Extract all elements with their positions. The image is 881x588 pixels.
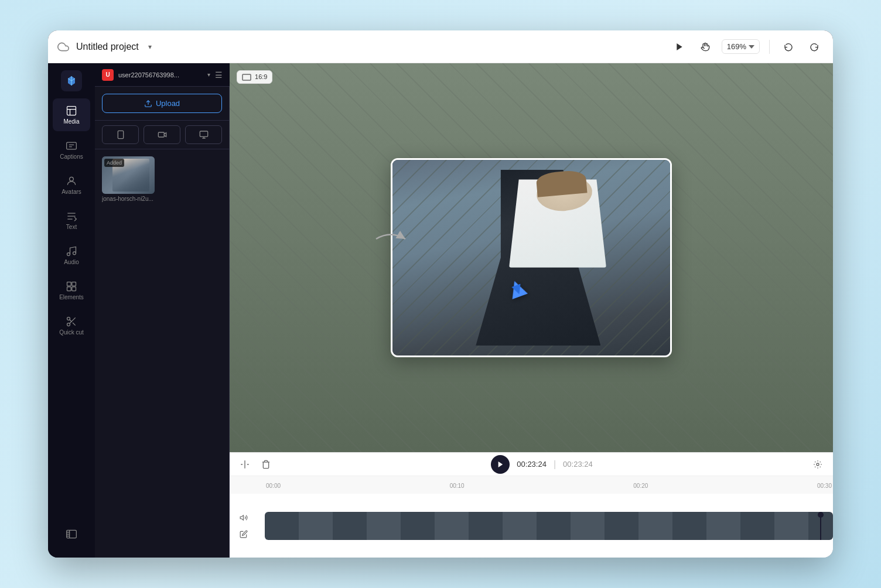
ruler-mark-1: 00:10 bbox=[450, 483, 465, 489]
svg-rect-20 bbox=[158, 132, 164, 137]
sidebar-item-avatars[interactable]: Avatars bbox=[53, 169, 90, 201]
top-bar: Untitled project ▾ 169% bbox=[48, 30, 833, 63]
timeline-controls: 00:23:24 | 00:23:24 bbox=[230, 453, 833, 476]
svg-point-4 bbox=[70, 177, 74, 181]
sidebar-label-captions: Captions bbox=[60, 153, 83, 160]
user-avatar: U bbox=[102, 69, 114, 81]
timeline-tracks bbox=[230, 494, 833, 558]
undo-button[interactable] bbox=[779, 37, 798, 56]
top-bar-left: Untitled project ▾ bbox=[57, 41, 152, 53]
timeline-area: 00:23:24 | 00:23:24 bbox=[230, 452, 833, 558]
svg-rect-3 bbox=[67, 142, 77, 149]
svg-line-14 bbox=[73, 323, 76, 326]
svg-rect-9 bbox=[67, 287, 71, 291]
sidebar-label-avatars: Avatars bbox=[62, 189, 81, 195]
media-item[interactable]: Added jonas-horsch-ni2u... bbox=[102, 156, 155, 202]
preview-area[interactable]: 16:9 bbox=[230, 63, 833, 452]
sidebar-label-elements: Elements bbox=[59, 294, 84, 300]
svg-point-25 bbox=[817, 463, 819, 466]
media-grid: Added jonas-horsch-ni2u... bbox=[95, 149, 229, 209]
added-badge: Added bbox=[104, 159, 124, 167]
app-logo[interactable] bbox=[61, 70, 82, 91]
svg-marker-26 bbox=[240, 515, 243, 519]
media-filename: jonas-horsch-ni2u... bbox=[102, 196, 155, 202]
video-frame-content bbox=[392, 160, 670, 355]
media-tab-screen[interactable] bbox=[185, 125, 222, 144]
media-panel-header: Upload bbox=[95, 87, 229, 121]
svg-rect-18 bbox=[118, 131, 123, 138]
current-time: 00:23:24 bbox=[517, 460, 547, 469]
delete-button[interactable] bbox=[258, 456, 274, 473]
svg-rect-21 bbox=[200, 131, 207, 136]
sidebar-item-elements[interactable]: Elements bbox=[53, 274, 90, 307]
svg-rect-2 bbox=[67, 107, 76, 115]
svg-point-12 bbox=[67, 323, 70, 326]
svg-marker-24 bbox=[498, 461, 503, 467]
project-dropdown-arrow[interactable]: ▾ bbox=[148, 43, 152, 51]
zoom-level: 169% bbox=[727, 42, 746, 51]
center-content: 16:9 bbox=[230, 63, 833, 558]
ruler-mark-3: 00:30 bbox=[817, 483, 833, 489]
svg-point-6 bbox=[73, 252, 76, 255]
edit-button[interactable] bbox=[237, 527, 251, 541]
svg-rect-10 bbox=[72, 287, 76, 291]
cloud-save-icon bbox=[57, 41, 69, 53]
sidebar-item-captions[interactable]: Captions bbox=[53, 134, 90, 166]
svg-rect-7 bbox=[67, 282, 71, 286]
video-track[interactable] bbox=[265, 512, 833, 540]
user-dropdown-arrow[interactable]: ▾ bbox=[207, 71, 210, 78]
aspect-ratio-badge[interactable]: 16:9 bbox=[237, 70, 272, 84]
media-tab-video[interactable] bbox=[144, 125, 180, 144]
media-thumbnail: Added bbox=[102, 156, 155, 194]
svg-rect-22 bbox=[243, 74, 251, 80]
upload-button-label: Upload bbox=[156, 99, 180, 108]
username: user220756763998... bbox=[118, 71, 203, 78]
top-bar-right: 169% bbox=[670, 37, 824, 56]
time-separator: | bbox=[554, 459, 556, 470]
track-frames bbox=[265, 512, 833, 540]
left-sidebar: Media Captions Avatars bbox=[48, 63, 95, 558]
svg-point-5 bbox=[67, 253, 70, 256]
zoom-control[interactable]: 169% bbox=[722, 39, 760, 54]
track-controls bbox=[237, 511, 251, 541]
media-panel: Upload bbox=[95, 87, 230, 558]
sidebar-label-quickcut: Quick cut bbox=[59, 329, 84, 336]
redo-button[interactable] bbox=[805, 37, 824, 56]
play-button[interactable] bbox=[670, 37, 689, 56]
ruler-mark-2: 00:20 bbox=[633, 483, 648, 489]
timeline-play-button[interactable] bbox=[491, 455, 510, 474]
split-button[interactable] bbox=[237, 456, 253, 473]
media-tabs bbox=[95, 121, 229, 149]
main-layout: Media Captions Avatars bbox=[48, 63, 833, 558]
svg-point-11 bbox=[67, 317, 70, 320]
timeline-ruler: 00:00 00:10 00:20 00:30 bbox=[230, 476, 833, 494]
sidebar-item-audio[interactable]: Audio bbox=[53, 239, 90, 272]
divider bbox=[769, 40, 770, 54]
hand-tool-button[interactable] bbox=[696, 37, 715, 56]
menu-icon[interactable]: ☰ bbox=[215, 70, 223, 80]
upload-button[interactable]: Upload bbox=[102, 94, 222, 113]
sidebar-label-audio: Audio bbox=[64, 259, 79, 265]
sidebar-item-text[interactable]: Text bbox=[53, 204, 90, 237]
sidebar-label-text: Text bbox=[66, 224, 77, 230]
total-time: 00:23:24 bbox=[563, 460, 593, 469]
ruler-mark-0: 00:00 bbox=[265, 483, 281, 489]
svg-line-15 bbox=[70, 320, 71, 322]
volume-button[interactable] bbox=[237, 511, 251, 525]
settings-icon[interactable] bbox=[810, 456, 826, 473]
media-tab-phone[interactable] bbox=[102, 125, 139, 144]
aspect-ratio-label: 16:9 bbox=[255, 73, 267, 80]
video-frame[interactable] bbox=[391, 158, 672, 357]
sidebar-item-media[interactable]: Media bbox=[53, 98, 90, 131]
sidebar-item-settings[interactable] bbox=[53, 518, 90, 551]
track-playhead-head bbox=[818, 512, 824, 518]
track-playhead bbox=[820, 512, 821, 540]
sidebar-label-media: Media bbox=[63, 118, 79, 125]
svg-rect-8 bbox=[72, 282, 76, 286]
sidebar-item-quickcut[interactable]: Quick cut bbox=[53, 309, 90, 342]
svg-marker-0 bbox=[677, 43, 682, 50]
app-window: Untitled project ▾ 169% bbox=[48, 30, 833, 558]
project-title[interactable]: Untitled project bbox=[76, 42, 139, 52]
